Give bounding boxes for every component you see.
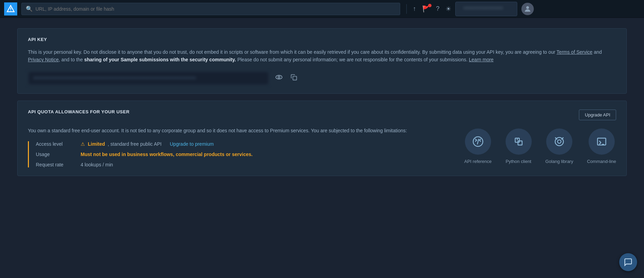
quota-description: You own a standard free end-user account… (28, 127, 457, 134)
usage-warning-text: Must not be used in business workflows, … (81, 152, 252, 157)
svg-line-18 (599, 143, 601, 144)
help-icon[interactable]: ? (436, 5, 439, 12)
svg-rect-6 (293, 76, 297, 80)
resource-command-line[interactable]: Command-line (587, 128, 616, 164)
terms-of-service-link[interactable]: Terms of Service (557, 49, 592, 55)
command-line-icon (589, 128, 615, 155)
svg-line-8 (477, 139, 479, 144)
resource-api-reference[interactable]: API reference (464, 128, 492, 164)
api-key-title: API KEY (28, 37, 616, 42)
avatar[interactable] (521, 3, 534, 15)
quota-right-panel: API reference Python client (464, 127, 616, 167)
upload-icon[interactable]: ↑ (413, 5, 416, 12)
privacy-notice-link[interactable]: Privacy Notice (28, 57, 59, 62)
quota-title: API QUOTA ALLOWANCES FOR YOUR USER (28, 109, 129, 114)
quota-value-usage: Must not be used in business workflows, … (81, 152, 252, 157)
header-divider (406, 4, 407, 14)
header-icons: ↑ 🚩 ? ☀ (413, 5, 451, 13)
quota-value-request-rate: 4 lookups / min (81, 162, 113, 167)
search-bar[interactable]: 🔍 (21, 3, 400, 15)
svg-point-5 (278, 76, 280, 79)
learn-more-link[interactable]: Learn more (469, 57, 494, 62)
quota-label-usage: Usage (36, 152, 81, 157)
quota-label-access: Access level (36, 141, 81, 147)
search-input[interactable] (35, 6, 396, 12)
api-reference-label: API reference (464, 159, 492, 164)
quota-left-panel: You own a standard free end-user account… (28, 127, 457, 167)
quota-row-access: Access level ⚠ Limited , standard free p… (36, 141, 457, 147)
svg-point-4 (276, 75, 282, 79)
notification-badge (428, 4, 432, 7)
api-key-masked: •••••••••••••••• (464, 6, 503, 11)
api-key-value: ••••••••••••••••••••••••••••••••••••••••… (28, 71, 269, 85)
api-key-text: ••••••••••••••••••••••••••••••••••••••••… (34, 75, 196, 81)
search-icon: 🔍 (26, 6, 33, 12)
quota-label-request-rate: Request rate (36, 162, 81, 167)
header: 🔍 ↑ 🚩 ? ☀ •••••••••••••••• (0, 0, 644, 18)
upgrade-to-premium-link[interactable]: Upgrade to premium (170, 141, 214, 147)
resource-python-client[interactable]: Python client (506, 128, 532, 164)
resource-golang-library[interactable]: Golang library (546, 128, 573, 164)
quota-row-request-rate: Request rate 4 lookups / min (36, 162, 457, 167)
main-content: API KEY This is your personal key. Do no… (0, 18, 644, 193)
flag-icon[interactable]: 🚩 (422, 5, 430, 13)
api-reference-icon (465, 128, 491, 155)
quota-card: API QUOTA ALLOWANCES FOR YOUR USER Upgra… (17, 101, 627, 176)
svg-rect-10 (518, 141, 522, 145)
quota-table: Access level ⚠ Limited , standard free p… (28, 141, 457, 167)
quota-row-usage: Usage Must not be used in business workf… (36, 152, 457, 157)
quota-value-access: ⚠ Limited , standard free public API Upg… (81, 141, 214, 147)
reveal-key-button[interactable] (274, 72, 284, 84)
warning-icon: ⚠ (81, 141, 85, 147)
golang-library-icon (546, 128, 572, 155)
svg-rect-16 (598, 138, 606, 145)
svg-point-2 (10, 10, 11, 11)
standard-text: , standard free public API (108, 141, 162, 147)
quota-content-layout: You own a standard free end-user account… (28, 127, 616, 167)
quota-header: API QUOTA ALLOWANCES FOR YOUR USER Upgra… (28, 109, 616, 121)
golang-library-label: Golang library (546, 159, 573, 164)
api-key-description: This is your personal key. Do not disclo… (28, 48, 616, 64)
copy-key-button[interactable] (289, 72, 299, 84)
api-key-header-field: •••••••••••••••• (455, 2, 517, 16)
upgrade-api-button[interactable]: Upgrade API (579, 110, 616, 120)
api-key-card: API KEY This is your personal key. Do no… (17, 28, 627, 94)
command-line-label: Command-line (587, 159, 616, 164)
svg-point-13 (558, 140, 561, 143)
python-client-icon (506, 128, 532, 155)
python-client-label: Python client (506, 159, 531, 164)
theme-icon[interactable]: ☀ (446, 5, 451, 13)
svg-point-3 (526, 6, 529, 9)
logo[interactable] (4, 2, 17, 16)
limited-text: Limited (88, 141, 105, 147)
chat-fab-button[interactable] (619, 253, 637, 271)
api-key-field: ••••••••••••••••••••••••••••••••••••••••… (28, 71, 616, 85)
